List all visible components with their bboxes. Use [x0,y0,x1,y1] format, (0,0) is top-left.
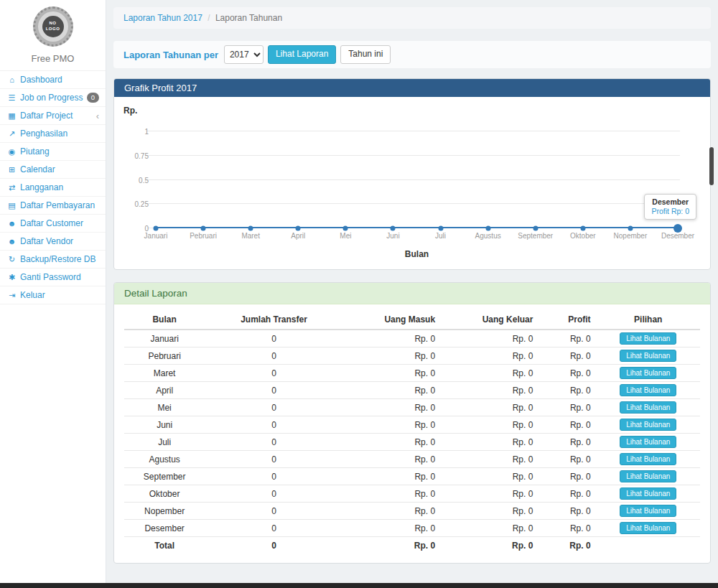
cell-profit: Rp. 0 [538,382,596,399]
total-cell-uang-masuk: Rp. 0 [343,537,441,554]
sidebar-item-penghasilan[interactable]: ↗Penghasilan [0,125,106,143]
cell-pilihan: Lihat Bulanan [597,503,700,520]
sidebar-item-daftar-vendor[interactable]: ☻Daftar Vendor [0,233,106,251]
lihat-bulanan-button[interactable]: Lihat Bulanan [620,470,676,482]
detail-report-body: BulanJumlah TransferUang MasukUang Kelua… [114,304,710,563]
chart-point[interactable] [154,226,159,231]
gridline [147,179,680,180]
table-row: Maret0Rp. 0Rp. 0Rp. 0Lihat Bulanan [124,365,700,382]
cell-pilihan: Lihat Bulanan [597,347,700,365]
x-tick-label: Nopember [614,232,648,240]
cell-profit: Rp. 0 [538,330,596,347]
lihat-bulanan-button[interactable]: Lihat Bulanan [620,384,676,396]
chart-point[interactable] [343,226,348,231]
lihat-bulanan-button[interactable]: Lihat Bulanan [620,436,676,448]
cell-pilihan: Lihat Bulanan [597,416,700,434]
chart-point[interactable] [438,226,443,231]
sidebar-item-job-on-progress[interactable]: ☰Job on Progress0 [0,89,106,107]
database-refresh-icon: ↻ [6,255,17,264]
bottom-edge [0,583,718,588]
tooltip-value: Profit Rp: 0 [651,207,689,215]
lihat-bulanan-button[interactable]: Lihat Bulanan [620,350,676,362]
scrollbar-thumb[interactable] [709,147,714,185]
sidebar-item-piutang[interactable]: ◉Piutang [0,143,106,161]
total-cell-pilihan [597,537,700,554]
lihat-bulanan-button[interactable]: Lihat Bulanan [620,487,676,500]
sidebar-item-daftar-pembayaran[interactable]: ▤Daftar Pembayaran [0,197,106,215]
sidebar-item-label: Daftar Customer [20,218,83,228]
cell-uang-keluar: Rp. 0 [441,451,538,468]
cell-jumlah-transfer: 0 [205,399,342,416]
sidebar-item-label: Ganti Password [20,272,81,282]
sidebar-item-keluar[interactable]: ⇥Keluar [0,286,106,304]
breadcrumb-parent-link[interactable]: Laporan Tahun 2017 [123,13,202,23]
cell-uang-keluar: Rp. 0 [441,347,538,365]
tasks-icon: ☰ [6,93,17,103]
table-row: Januari0Rp. 0Rp. 0Rp. 0Lihat Bulanan [124,330,700,347]
x-tick-label: Mei [340,232,351,240]
logo-block: NO LOGO Free PMO [0,0,106,71]
breadcrumb-separator: / [208,13,210,23]
view-report-button[interactable]: Lihat Laporan [268,45,336,64]
users-icon: ☻ [6,219,17,228]
sidebar-item-daftar-customer[interactable]: ☻Daftar Customer [0,215,106,233]
x-tick-label: Pebruari [190,232,217,240]
y-tick-label: 0.5 [117,176,149,184]
table-row: Pebruari0Rp. 0Rp. 0Rp. 0Lihat Bulanan [124,347,700,365]
cell-pilihan: Lihat Bulanan [597,365,700,382]
lihat-bulanan-button[interactable]: Lihat Bulanan [620,505,676,517]
x-tick-label: Juni [386,232,399,240]
chart-y-axis-title: Rp. [123,106,137,116]
sidebar-item-dashboard[interactable]: ⌂Dashboard [0,71,106,89]
cell-jumlah-transfer: 0 [205,485,342,503]
y-tick-label: 0.25 [117,200,149,208]
sidebar-item-langganan[interactable]: ⇄Langganan [0,179,106,197]
report-period-label: Laporan Tahunan per [123,50,218,60]
table-row: Juni0Rp. 0Rp. 0Rp. 0Lihat Bulanan [124,416,700,434]
cell-uang-masuk: Rp. 0 [343,451,441,468]
sidebar-item-calendar[interactable]: ⊞Calendar [0,161,106,179]
chart-point[interactable] [391,226,396,231]
lihat-bulanan-button[interactable]: Lihat Bulanan [620,401,676,414]
sidebar-item-ganti-password[interactable]: ✱Ganti Password [0,269,106,286]
no-logo-badge: NO LOGO [42,16,64,37]
cell-jumlah-transfer: 0 [205,520,342,537]
chart-point[interactable] [580,226,585,231]
cell-jumlah-transfer: 0 [205,347,342,365]
lihat-bulanan-button[interactable]: Lihat Bulanan [620,332,676,345]
lihat-bulanan-button[interactable]: Lihat Bulanan [620,522,676,534]
this-year-button[interactable]: Tahun ini [340,45,391,64]
chart-point[interactable] [201,226,206,231]
cell-bulan: Oktober [124,485,205,503]
dashboard-icon: ⌂ [6,75,17,84]
cell-jumlah-transfer: 0 [205,330,342,347]
refresh-icon: ⇄ [6,183,17,192]
cell-uang-keluar: Rp. 0 [441,365,538,382]
sidebar-item-label: Daftar Project [20,111,73,121]
lihat-bulanan-button[interactable]: Lihat Bulanan [620,419,676,431]
sidebar-item-label: Daftar Pembayaran [20,200,95,210]
sidebar-item-label: Keluar [20,290,45,300]
chart-point[interactable] [533,226,538,231]
chart-point[interactable] [248,226,253,231]
total-cell-jumlah-transfer: 0 [205,537,342,554]
cell-pilihan: Lihat Bulanan [597,468,700,485]
lihat-bulanan-button[interactable]: Lihat Bulanan [620,453,676,465]
sidebar-item-daftar-project[interactable]: ▦Daftar Project‹ [0,107,106,125]
total-cell-bulan: Total [124,537,205,554]
chart-point[interactable] [485,226,490,231]
lihat-bulanan-button[interactable]: Lihat Bulanan [620,367,676,379]
sidebar-item-backup-restore-db[interactable]: ↻Backup/Restore DB [0,251,106,269]
chart-point[interactable] [628,226,633,231]
table-row: Agustus0Rp. 0Rp. 0Rp. 0Lihat Bulanan [124,451,700,468]
cell-uang-keluar: Rp. 0 [441,382,538,399]
cell-uang-masuk: Rp. 0 [343,382,441,399]
cell-bulan: Nopember [124,503,205,520]
year-select[interactable]: 2017 [224,45,264,64]
gridline [147,155,680,156]
cell-uang-masuk: Rp. 0 [343,347,441,365]
count-badge: 0 [87,93,99,103]
chart-point-selected[interactable] [673,224,682,233]
cell-profit: Rp. 0 [538,347,596,365]
chart-point[interactable] [296,226,301,231]
